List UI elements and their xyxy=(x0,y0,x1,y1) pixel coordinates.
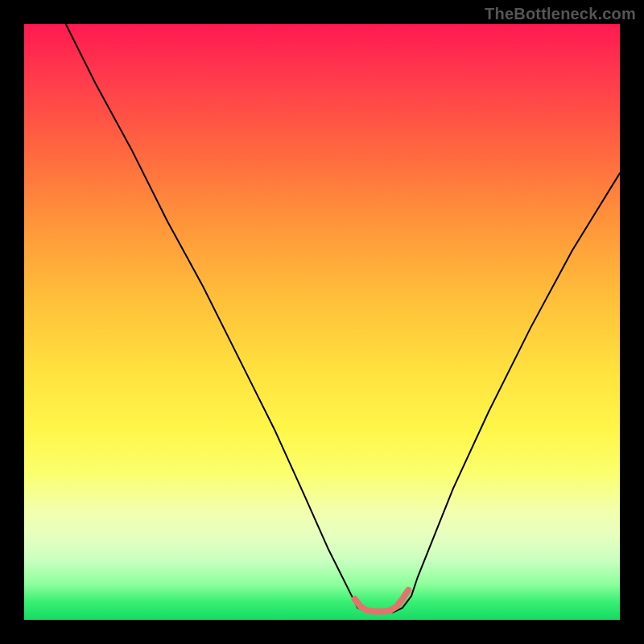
bottleneck-curve xyxy=(66,24,620,613)
chart-frame: TheBottleneck.com xyxy=(0,0,644,644)
watermark-text: TheBottleneck.com xyxy=(485,5,636,23)
plot-area xyxy=(24,24,620,620)
curve-layer xyxy=(24,24,620,620)
